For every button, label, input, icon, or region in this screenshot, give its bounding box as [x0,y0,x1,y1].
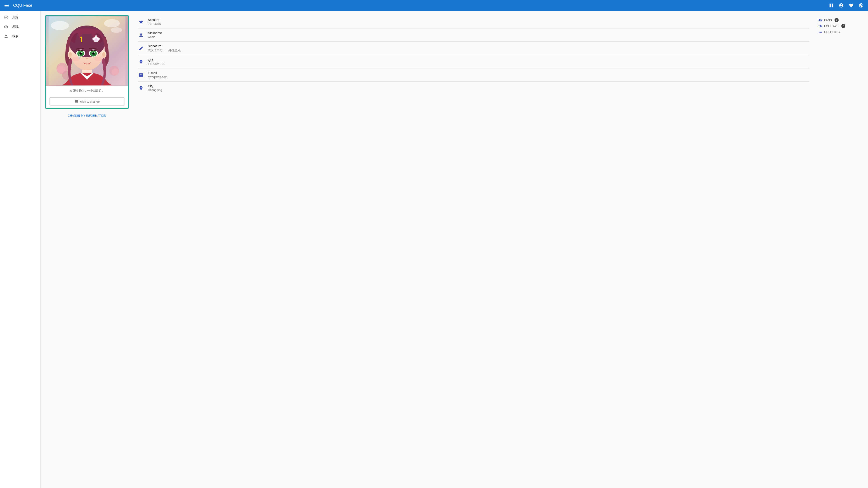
svg-point-3 [51,21,69,30]
svg-point-21 [80,53,82,55]
avatar-section: 吹灭读书灯，一身都是月。 click to change CHANGE MY I… [45,15,129,119]
nickname-value: whale [148,35,809,39]
avatar-signature: 吹灭读书灯，一身都是月。 [46,86,128,96]
svg-point-5 [111,27,122,33]
signature-value: 吹灭读书灯，一身都是月。 [148,48,809,53]
svg-rect-38 [81,38,82,42]
globe-icon[interactable] [857,1,865,9]
collects-stat[interactable]: COLLECTS [818,29,864,35]
qq-icon [138,59,144,65]
email-field-content: E-mail qweq@qq.com [148,71,809,78]
edit-icon [138,45,144,52]
nickname-field: Nickname whale [138,29,809,41]
location-icon [138,85,144,91]
change-avatar-button[interactable]: click to change [49,97,125,105]
app-title: CQU Face [13,3,827,8]
svg-point-17 [102,52,105,57]
svg-point-30 [72,57,80,61]
info-panel: Account 20184376 Nickname whale [138,15,809,94]
main-layout: 开始 发现 我的 [0,11,868,488]
content-area: 吹灭读书灯，一身都是月。 click to change CHANGE MY I… [41,11,868,488]
account-field: Account 20184376 [138,15,809,29]
sidebar-item-my[interactable]: 我的 [0,32,40,41]
change-info-area: CHANGE MY INFORMATION [45,112,129,119]
svg-point-39 [81,37,82,38]
qq-label: QQ [148,58,809,62]
signature-label: Signature [148,44,809,48]
email-label: E-mail [148,71,809,75]
account-field-content: Account 20184376 [148,18,809,26]
menu-button[interactable] [3,2,10,9]
account-value: 20184376 [148,22,809,26]
svg-point-1 [5,17,7,18]
sidebar-label-start: 开始 [12,15,19,20]
star-icon [138,19,144,25]
fans-stat[interactable]: FANS 2 [818,17,864,23]
fans-badge: 2 [835,18,839,22]
favorite-icon[interactable] [847,1,855,9]
email-icon [138,72,144,78]
account-label: Account [148,18,809,22]
dashboard-icon[interactable] [827,1,835,9]
city-label: City [148,84,809,88]
svg-point-23 [79,54,80,56]
sidebar-item-start[interactable]: 开始 [0,13,40,22]
change-avatar-label: click to change [80,100,100,103]
qq-field: QQ 1614395133 [138,55,809,68]
svg-point-27 [92,53,94,55]
svg-point-28 [94,52,95,53]
change-info-button[interactable]: CHANGE MY INFORMATION [64,112,110,119]
svg-point-40 [80,52,80,53]
svg-point-29 [92,54,92,56]
sidebar-label-discover: 发现 [12,25,19,29]
svg-point-36 [95,35,97,38]
account-circle-icon[interactable] [837,1,845,9]
email-value: qweq@qq.com [148,75,809,78]
app-bar: CQU Face [0,0,868,11]
qq-value: 1614395133 [148,62,809,66]
sidebar-item-discover[interactable]: 发现 [0,22,40,32]
svg-point-22 [81,52,83,53]
avatar-image-area [46,16,128,86]
email-field: E-mail qweq@qq.com [138,68,809,82]
nickname-label: Nickname [148,31,809,35]
person-sidebar-icon [4,34,8,39]
avatar-card: 吹灭读书灯，一身都是月。 click to change [45,15,129,109]
sidebar-label-my: 我的 [12,34,19,38]
follows-stat[interactable]: FOLLOWS 2 [818,23,864,29]
app-bar-actions [827,1,865,9]
fans-icon [818,18,822,22]
svg-point-37 [95,38,97,41]
signature-field: Signature 吹灭读书灯，一身都是月。 [138,41,809,55]
svg-point-16 [69,52,72,57]
person-icon [138,32,144,38]
stats-panel: FANS 2 FOLLOWS 2 [818,15,864,35]
svg-point-9 [112,68,119,75]
collects-label: COLLECTS [824,30,840,34]
svg-point-42 [79,57,80,59]
signature-field-content: Signature 吹灭读书灯，一身都是月。 [148,44,809,53]
collects-icon [818,30,822,34]
nickname-field-content: Nickname whale [148,31,809,39]
city-field-content: City Chongqing [148,84,809,92]
discover-icon [4,24,8,29]
svg-point-31 [94,57,102,61]
city-field: City Chongqing [138,82,809,94]
fans-label: FANS [824,19,832,22]
follows-badge: 2 [841,24,845,28]
qq-field-content: QQ 1614395133 [148,58,809,66]
svg-point-41 [92,52,93,53]
follows-icon [818,24,822,28]
sidebar: 开始 发现 我的 [0,11,41,488]
profile-area: 吹灭读书灯，一身都是月。 click to change CHANGE MY I… [45,15,864,119]
follows-label: FOLLOWS [824,24,839,28]
svg-point-4 [104,19,120,27]
home-icon [4,15,8,20]
city-value: Chongqing [148,88,809,92]
